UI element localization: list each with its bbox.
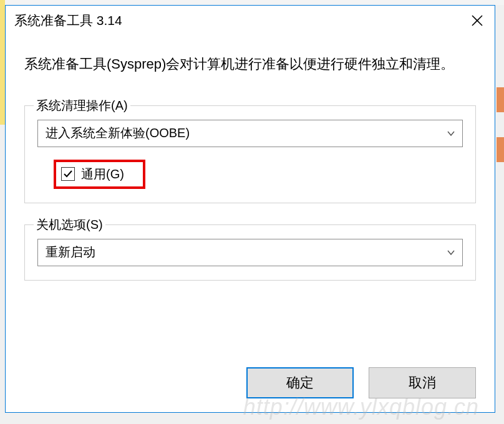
cleanup-action-dropdown[interactable]: 进入系统全新体验(OOBE) [37,120,463,147]
chevron-down-icon [446,128,456,138]
ok-button-label: 确定 [286,373,314,392]
dialog-description: 系统准备工具(Sysprep)会对计算机进行准备以便进行硬件独立和清理。 [24,54,476,74]
shutdown-options-group: 关机选项(S) 重新启动 [24,224,476,281]
close-icon [471,14,483,27]
cleanup-action-group: 系统清理操作(A) 进入系统全新体验(OOBE) 通用(G) [24,105,476,203]
generalize-label: 通用(G) [81,166,124,183]
background-strip-right-a [497,87,504,112]
ok-button[interactable]: 确定 [246,367,354,398]
background-strip-top [0,0,504,5]
background-strip-left [0,0,5,125]
cancel-button-label: 取消 [409,373,436,392]
generalize-checkbox-highlight: 通用(G) [54,160,145,189]
shutdown-options-legend: 关机选项(S) [34,216,105,233]
dialog-content: 系统准备工具(Sysprep)会对计算机进行准备以便进行硬件独立和清理。 系统清… [6,36,495,362]
cancel-button[interactable]: 取消 [369,367,476,398]
cleanup-action-value: 进入系统全新体验(OOBE) [46,125,190,142]
background-strip-right-b [497,137,504,162]
dialog-title: 系统准备工具 3.14 [14,12,122,29]
close-button[interactable] [465,8,490,33]
shutdown-options-value: 重新启动 [46,244,95,261]
dialog-button-row: 确定 取消 [6,362,495,412]
chevron-down-icon [446,248,456,258]
shutdown-options-dropdown[interactable]: 重新启动 [37,239,463,266]
cleanup-action-legend: 系统清理操作(A) [34,97,130,114]
generalize-checkbox[interactable] [61,167,75,181]
titlebar: 系统准备工具 3.14 [6,6,495,36]
sysprep-dialog: 系统准备工具 3.14 系统准备工具(Sysprep)会对计算机进行准备以便进行… [5,5,495,413]
check-icon [63,169,73,179]
